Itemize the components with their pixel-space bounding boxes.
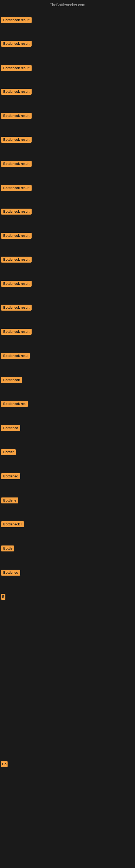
bottleneck-badge[interactable]: Bottlenec (1, 473, 20, 479)
list-item: Bottleneck result (0, 111, 33, 120)
list-item: Bottleneck result (0, 279, 33, 288)
site-title: TheBottlenecker.com (50, 3, 85, 7)
list-item: Bottle (0, 544, 15, 553)
bottleneck-badge[interactable]: Bottle (1, 546, 14, 552)
site-header: TheBottlenecker.com (0, 0, 135, 10)
bottleneck-badge[interactable]: Bottlenec (1, 425, 20, 431)
bottleneck-badge[interactable]: Bottleneck result (1, 185, 32, 191)
bottleneck-badge[interactable]: Bottleneck result (1, 305, 32, 311)
bottleneck-badge[interactable]: Bottleneck (1, 377, 22, 383)
list-item: Bottleneck result (0, 255, 33, 264)
bottleneck-badge[interactable]: Bottleneck result (1, 257, 32, 262)
list-item: B (0, 592, 6, 601)
list-item: Bottleneck result (0, 39, 33, 48)
list-item: Bottleneck result (0, 303, 33, 312)
list-item: Bottleneck r (0, 520, 25, 529)
bottleneck-badge[interactable]: Bottleneck res (1, 401, 28, 407)
list-item: Bottleneck result (0, 207, 33, 216)
list-item: Bottlenec (0, 472, 21, 481)
list-item: Bottlene (0, 496, 19, 505)
bottleneck-badge[interactable]: Bottleneck result (1, 17, 32, 23)
bottleneck-badge[interactable]: Bottleneck r (1, 521, 24, 527)
bottleneck-badge[interactable]: Bottleneck result (1, 89, 32, 95)
list-item: Bottleneck result (0, 87, 33, 96)
page-container: TheBottlenecker.com Bottleneck result Bo… (0, 0, 135, 868)
bottleneck-badge[interactable]: Bottler (1, 449, 16, 455)
list-item: Bottler (0, 447, 17, 457)
list-item: Bo (0, 760, 9, 769)
list-item: Bottleneck result (0, 63, 33, 73)
list-item: Bottlenec (0, 568, 21, 577)
bottleneck-badge[interactable]: Bottleneck result (1, 137, 32, 143)
bottleneck-badge[interactable]: Bottlenec (1, 569, 20, 576)
list-item: Bottleneck result (0, 183, 33, 193)
bottleneck-badge[interactable]: Bottleneck result (1, 65, 32, 71)
bottleneck-badge[interactable]: Bottleneck result (1, 41, 32, 46)
bottleneck-badge[interactable]: Bottleneck result (1, 161, 32, 167)
bottleneck-badge[interactable]: Bottleneck result (1, 113, 32, 119)
list-item: Bottleneck res (0, 399, 29, 408)
list-item: Bottleneck result (0, 231, 33, 240)
list-item: Bottleneck (0, 375, 23, 384)
list-item: Bottleneck resu (0, 351, 31, 361)
bottleneck-badge[interactable]: Bottlene (1, 497, 18, 503)
list-item: Bottleneck result (0, 135, 33, 144)
list-item: Bottleneck result (0, 327, 33, 336)
list-item: Bottleneck result (0, 159, 33, 168)
bottleneck-badge[interactable]: Bo (1, 761, 8, 767)
bottleneck-badge[interactable]: Bottleneck result (1, 233, 32, 239)
bottleneck-badge[interactable]: B (1, 594, 5, 600)
bottleneck-badge[interactable]: Bottleneck resu (1, 353, 30, 359)
bottleneck-badge[interactable]: Bottleneck result (1, 329, 32, 335)
list-item: Bottleneck result (0, 16, 33, 25)
bottleneck-badge[interactable]: Bottleneck result (1, 209, 32, 215)
bottleneck-badge[interactable]: Bottleneck result (1, 281, 32, 287)
list-item: Bottlenec (0, 424, 21, 433)
